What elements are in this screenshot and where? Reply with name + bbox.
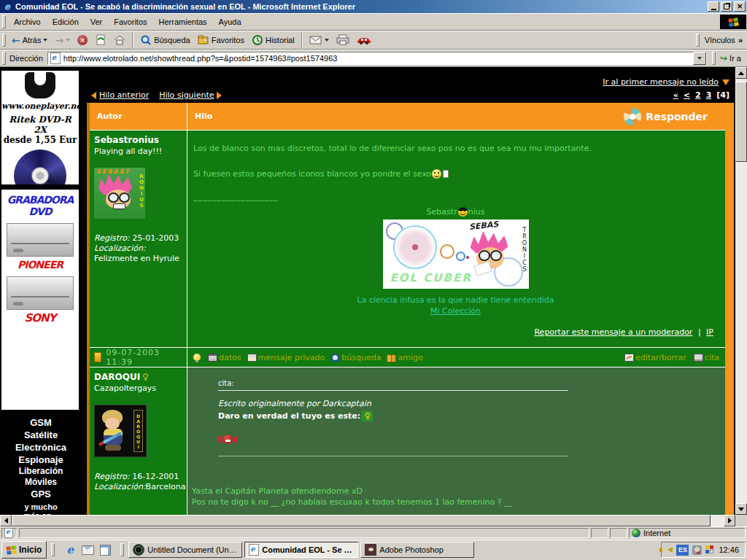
post-row: DAROQUI♀ Cazapoltergays DAROQUI Registro… — [90, 367, 725, 515]
task-comunidad-eol[interactable]: e Comunidad EOL - Se ac... — [244, 542, 358, 558]
post2-author-cell: DAROQUI♀ Cazapoltergays DAROQUI Registro… — [90, 368, 187, 515]
oneplayer-ad[interactable]: www.oneplayer.net Ritek DVD-R 2X desde 1… — [1, 71, 79, 184]
taskbar-grip[interactable] — [51, 543, 55, 556]
username[interactable]: Sebastronius — [94, 135, 182, 145]
menu-ver[interactable]: Ver — [85, 15, 109, 28]
prev-thread-link[interactable]: Hilo anterior — [99, 90, 149, 100]
taskbar-grip[interactable] — [120, 543, 124, 556]
page-prev-link[interactable]: < — [684, 90, 690, 100]
first-unread-link[interactable]: Ir al primer mensaje no leído — [603, 77, 719, 87]
localizacion-value: Barcelona — [146, 482, 186, 491]
horizontal-scroll-thumb[interactable] — [12, 515, 711, 526]
dvd-recorder-ad[interactable]: GRABADORA DVD PIONEER SONY — [1, 190, 79, 410]
next-thread-link[interactable]: Hilo siguiente — [159, 90, 214, 100]
address-dropdown-button[interactable] — [693, 52, 706, 65]
facktoys-ad[interactable]: GSM Satélite Electrónica Espionaje Liber… — [0, 416, 82, 515]
menu-archivo[interactable]: Archivo — [8, 15, 47, 28]
scroll-down-button[interactable] — [735, 503, 747, 515]
back-button[interactable]: ← Atrás — [8, 34, 51, 47]
toolbar-grip[interactable] — [2, 52, 6, 65]
datos-link[interactable]: datos — [208, 353, 241, 362]
vertical-scroll-thumb[interactable] — [735, 82, 747, 162]
reply-disc-icon — [624, 108, 641, 125]
mail-button[interactable] — [306, 34, 333, 47]
menu-edicion[interactable]: Edición — [47, 15, 85, 28]
toolbar-grip[interactable] — [2, 15, 6, 28]
links-chevron-icon[interactable]: » — [738, 36, 743, 44]
username[interactable]: DAROQUI♀ — [94, 372, 182, 382]
horizontal-scrollbar[interactable] — [0, 515, 735, 526]
search-button[interactable]: Búsqueda — [136, 33, 194, 47]
menu-bar: Archivo Edición Ver Favoritos Herramient… — [0, 13, 747, 31]
signature-divider: __________________ — [193, 192, 718, 201]
post-date: 09-07-2003 11:39 — [106, 348, 182, 367]
go-button[interactable]: ↪ Ir a — [707, 52, 747, 65]
quote-link[interactable]: cita — [694, 353, 719, 362]
page-3-link[interactable]: 3 — [706, 90, 712, 100]
ad-title: GRABADORA — [1, 194, 79, 206]
forward-dropdown-icon[interactable] — [66, 39, 70, 42]
ad-line: GSM — [0, 417, 82, 428]
favorites-icon — [198, 34, 209, 46]
window-title: Comunidad EOL - Se acabó la discriminaci… — [15, 2, 355, 11]
menu-ayuda[interactable]: Ayuda — [213, 15, 247, 28]
registro-value: 25-01-2003 — [132, 233, 179, 243]
outlook-quicklaunch-icon[interactable] — [81, 543, 94, 556]
quote-text: Daro en verdad el tuyo es este: — [218, 411, 360, 421]
edit-link[interactable]: editar/borrar — [624, 353, 686, 362]
scroll-up-button[interactable] — [735, 67, 747, 79]
menu-herramientas[interactable]: Herramientas — [153, 15, 213, 28]
refresh-icon — [95, 34, 107, 46]
vertical-scrollbar[interactable] — [735, 67, 747, 515]
page-first-link[interactable]: « — [673, 90, 678, 100]
page-2-link[interactable]: 2 — [695, 90, 701, 100]
search-posts-link[interactable]: búsqueda — [330, 353, 381, 362]
collection-link[interactable]: Mi Colección — [430, 306, 481, 316]
ad-line: Liberación — [0, 466, 82, 476]
magnifier-icon — [330, 354, 340, 362]
history-button[interactable]: Historial — [248, 33, 298, 47]
links-label[interactable]: Vínculos — [705, 36, 735, 44]
address-input[interactable]: e http://www.elotrolado.net/showthread.p… — [47, 52, 707, 65]
responder-button[interactable]: Responder — [624, 108, 708, 125]
refresh-button[interactable] — [91, 33, 110, 47]
language-indicator[interactable]: ES — [676, 545, 689, 556]
close-button[interactable]: × — [734, 1, 746, 12]
localizacion-value: Felizmente en Hyrule — [94, 254, 179, 263]
toolbar-grip[interactable] — [2, 34, 6, 47]
start-button[interactable]: Inicio — [1, 541, 47, 559]
show-desktop-icon[interactable] — [98, 543, 112, 556]
toolbar-grip[interactable] — [696, 34, 700, 47]
minimize-button[interactable] — [708, 1, 719, 12]
devil-smiley-icon — [218, 435, 568, 444]
scroll-right-button[interactable] — [724, 515, 735, 526]
task-untitled-document[interactable]: Untitled Document (Untitl... — [128, 542, 242, 558]
print-button[interactable] — [333, 33, 353, 47]
address-url[interactable]: http://www.elotrolado.net/showthread.php… — [63, 54, 338, 63]
home-button[interactable] — [110, 33, 129, 47]
ip-link[interactable]: IP — [706, 327, 713, 337]
task-adobe-photoshop[interactable]: Adobe Photoshop — [360, 542, 474, 558]
ad-line: Móviles — [0, 477, 82, 487]
buddy-link[interactable]: amigo — [387, 353, 422, 362]
gender-symbol-icon: ♀ — [362, 411, 373, 421]
menu-favoritos[interactable]: Favoritos — [108, 15, 152, 28]
back-dropdown-icon[interactable] — [43, 39, 47, 42]
favorites-button[interactable]: Favoritos — [194, 33, 248, 47]
stop-button[interactable]: × — [74, 34, 91, 47]
messenger-tray-icon[interactable] — [692, 545, 702, 555]
toolbar-grip[interactable] — [712, 52, 716, 65]
report-link[interactable]: Reportar este mensaje a un moderador — [534, 327, 692, 337]
private-message-link[interactable]: mensaje privado — [247, 353, 325, 362]
ie-quicklaunch-icon[interactable]: e — [63, 543, 77, 556]
restore-button[interactable] — [721, 1, 732, 12]
volume-icon[interactable] — [667, 547, 673, 553]
car-button[interactable] — [353, 34, 375, 47]
mail-dropdown-icon[interactable] — [325, 39, 329, 42]
taskbar: Inicio e Untitled Document (Untitl... e … — [0, 540, 747, 560]
scrollbar-corner — [735, 515, 747, 526]
forward-button[interactable]: → — [51, 34, 74, 47]
scroll-left-button[interactable] — [0, 515, 12, 526]
windows-flag-icon — [6, 545, 16, 555]
tray-app-icon[interactable] — [705, 545, 715, 555]
